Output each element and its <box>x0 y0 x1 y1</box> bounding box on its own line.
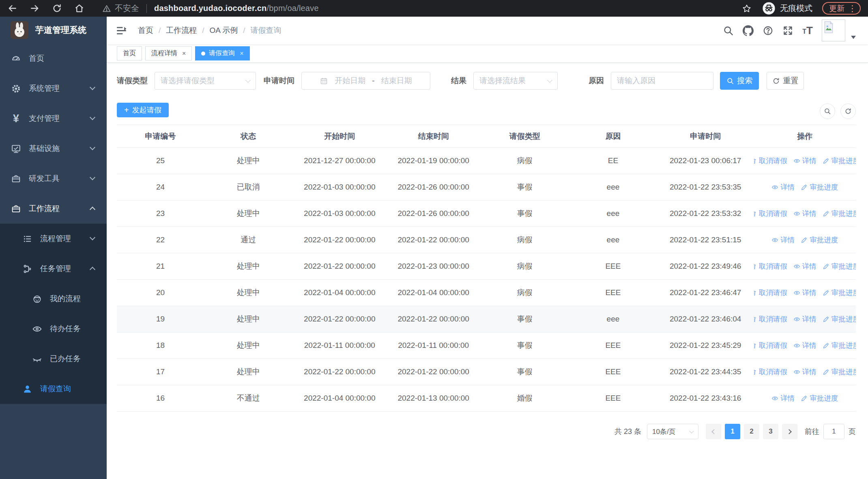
tab-流程详情[interactable]: 流程详情× <box>145 46 192 60</box>
detail-link[interactable]: 详情 <box>793 288 816 298</box>
browser-update-button[interactable]: 更新 ⋮ <box>822 2 861 15</box>
table-tools <box>820 104 856 119</box>
user-avatar[interactable] <box>822 19 845 41</box>
cancel-leave-link[interactable]: 取消请假 <box>754 156 787 166</box>
sidebar-item-my-process[interactable]: 我的流程 <box>0 284 107 314</box>
tab-请假查询[interactable]: 请假查询× <box>195 46 249 60</box>
sidebar-item-task-mgmt[interactable]: 任务管理 <box>0 254 107 284</box>
sidebar-item-system-mgmt[interactable]: 系统管理 <box>0 73 107 104</box>
cancel-leave-link[interactable]: 取消请假 <box>754 209 787 218</box>
approval-progress-link[interactable]: 审批进度 <box>801 182 838 192</box>
approval-progress-link[interactable]: 审批进度 <box>823 288 856 298</box>
leave-type-select[interactable]: 请选择请假类型 <box>155 72 256 90</box>
trash-icon <box>754 158 757 164</box>
people-icon <box>32 294 42 304</box>
result-select[interactable]: 请选择流结果 <box>473 72 558 90</box>
prev-page-button[interactable] <box>706 424 721 439</box>
search-button[interactable]: 搜索 <box>720 72 759 90</box>
sidebar-item-label: 首页 <box>29 53 44 64</box>
forward-icon[interactable] <box>30 3 40 13</box>
sidebar-item-label: 待办任务 <box>50 324 81 334</box>
approval-progress-link[interactable]: 审批进度 <box>823 314 856 324</box>
bookmark-star-icon[interactable] <box>742 4 752 13</box>
home-icon[interactable] <box>74 3 84 13</box>
sidebar-item-dev-tools[interactable]: 研发工具 <box>0 164 107 194</box>
detail-link[interactable]: 详情 <box>771 182 795 192</box>
sidebar-item-workflow[interactable]: 工作流程 <box>0 194 107 224</box>
approval-progress-link[interactable]: 审批进度 <box>823 261 856 271</box>
header-search-icon[interactable] <box>723 25 734 36</box>
github-icon[interactable] <box>743 25 754 36</box>
breadcrumb: 首页/工作流程/OA 示例/请假查询 <box>138 25 281 36</box>
detail-link[interactable]: 详情 <box>793 156 816 166</box>
cancel-leave-link[interactable]: 取消请假 <box>754 341 787 350</box>
address-bar[interactable]: dashboard.yudao.iocoder.cn/bpm/oa/leave <box>154 4 319 13</box>
cancel-leave-link[interactable]: 取消请假 <box>754 367 787 377</box>
approval-progress-link[interactable]: 审批进度 <box>823 367 856 377</box>
reset-button[interactable]: 重置 <box>767 72 804 90</box>
sidebar-item-todo-tasks[interactable]: 待办任务 <box>0 314 107 344</box>
detail-link[interactable]: 详情 <box>771 235 795 245</box>
back-icon[interactable] <box>7 3 17 13</box>
approval-progress-link[interactable]: 审批进度 <box>823 209 856 218</box>
breadcrumb-item[interactable]: 工作流程 <box>166 25 197 36</box>
chevron-up-icon <box>90 207 95 212</box>
sidebar-item-label: 工作流程 <box>29 203 60 214</box>
page-button-2[interactable]: 2 <box>744 424 759 439</box>
site-security[interactable]: 不安全 <box>102 3 139 14</box>
cancel-leave-link[interactable]: 取消请假 <box>754 261 787 271</box>
detail-link[interactable]: 详情 <box>771 393 795 403</box>
cell-type: 病假 <box>480 287 569 298</box>
fullscreen-icon[interactable] <box>782 25 793 36</box>
cell-actions: 详情审批进度 <box>754 182 856 192</box>
cell-end: 2022-01-22 00:00:00 <box>387 367 480 376</box>
page-size-select[interactable]: 10条/页 <box>647 424 698 439</box>
page-button-3[interactable]: 3 <box>763 424 778 439</box>
goto-page-input[interactable]: 1 <box>823 424 844 439</box>
reload-icon[interactable] <box>52 3 62 13</box>
breadcrumb-item[interactable]: OA 示例 <box>210 25 238 36</box>
browser-menu-icon[interactable]: ⋮ <box>848 4 857 13</box>
pager: 123 <box>706 424 797 439</box>
hamburger-icon[interactable] <box>116 25 127 37</box>
apply-time-range-picker[interactable]: 开始日期 - 结束日期 <box>301 72 430 90</box>
close-icon[interactable]: × <box>240 50 243 57</box>
sidebar-item-payment-mgmt[interactable]: ¥支付管理 <box>0 104 107 134</box>
table-row: 23处理中2022-01-03 00:00:002022-01-26 00:00… <box>117 201 856 227</box>
page-button-1[interactable]: 1 <box>725 424 740 439</box>
create-leave-button[interactable]: + 发起请假 <box>117 103 169 117</box>
approval-progress-link[interactable]: 审批进度 <box>823 156 856 166</box>
approval-progress-link[interactable]: 审批进度 <box>801 393 838 403</box>
reason-input[interactable]: 请输入原因 <box>611 72 713 90</box>
cell-reason: EEE <box>569 288 657 297</box>
font-size-icon[interactable]: TT <box>802 26 813 35</box>
avatar-caret-icon[interactable] <box>851 36 856 39</box>
pen-icon <box>801 237 808 244</box>
leave-type-placeholder: 请选择请假类型 <box>161 76 215 86</box>
table-search-toggle-button[interactable] <box>820 104 835 119</box>
sidebar-menu: 首页系统管理¥支付管理基础设施研发工具工作流程流程管理任务管理我的流程待办任务已… <box>0 43 107 404</box>
sidebar-item-home[interactable]: 首页 <box>0 43 107 73</box>
approval-progress-link[interactable]: 审批进度 <box>823 341 856 350</box>
help-icon[interactable] <box>763 25 773 36</box>
sidebar-item-done-tasks[interactable]: 已办任务 <box>0 344 107 374</box>
close-icon[interactable]: × <box>182 50 186 57</box>
breadcrumb-item[interactable]: 首页 <box>138 25 153 36</box>
approval-progress-link[interactable]: 审批进度 <box>801 235 838 245</box>
tab-首页[interactable]: 首页 <box>117 46 142 60</box>
cancel-leave-link[interactable]: 取消请假 <box>754 288 787 298</box>
sidebar-item-infrastructure[interactable]: 基础设施 <box>0 134 107 164</box>
sidebar-item-process-mgmt[interactable]: 流程管理 <box>0 224 107 254</box>
detail-link[interactable]: 详情 <box>793 341 816 350</box>
detail-link[interactable]: 详情 <box>793 209 816 218</box>
detail-link[interactable]: 详情 <box>793 314 816 324</box>
table-refresh-button[interactable] <box>840 104 856 119</box>
next-page-button[interactable] <box>782 424 797 439</box>
filter-form: 请假类型 请选择请假类型 申请时间 开始日期 - 结束日期 结果 请选择流结果 <box>117 72 856 90</box>
sidebar-item-leave-query[interactable]: 请假查询 <box>0 374 107 404</box>
detail-link[interactable]: 详情 <box>793 261 816 271</box>
cancel-leave-link[interactable]: 取消请假 <box>754 314 787 324</box>
cell-status: 处理中 <box>204 155 293 166</box>
app-logo[interactable]: 芋道管理系统 <box>0 17 107 43</box>
detail-link[interactable]: 详情 <box>793 367 816 377</box>
